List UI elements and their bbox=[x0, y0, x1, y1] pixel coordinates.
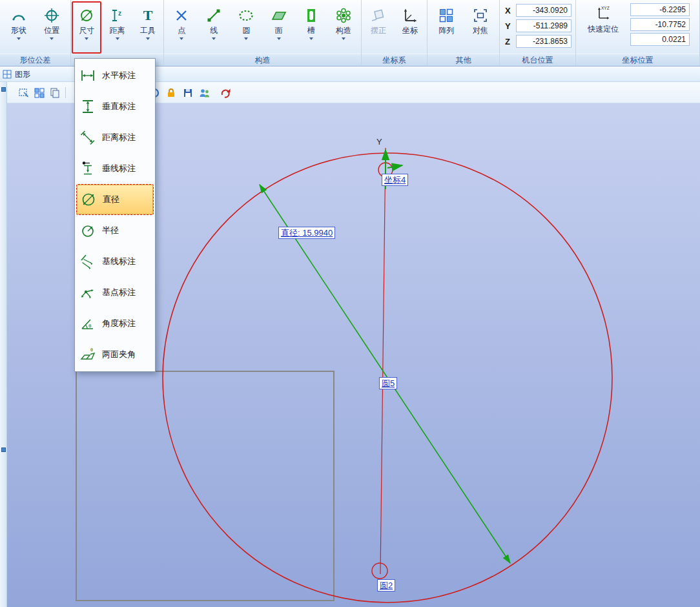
chevron-down-icon bbox=[116, 37, 119, 40]
circle-button[interactable]: 圆 bbox=[231, 1, 261, 54]
slot-button-label: 槽 bbox=[307, 26, 315, 36]
panel-handle-icon[interactable] bbox=[1, 448, 6, 452]
angle-dim-icon: θ bbox=[78, 314, 98, 333]
focus-button[interactable]: 对焦 bbox=[466, 1, 495, 54]
machine-z-value: -231.8653 bbox=[516, 35, 571, 48]
tools-button[interactable]: T 工具 bbox=[133, 1, 163, 54]
x-axis-arrow bbox=[387, 165, 402, 168]
construct-icon bbox=[335, 5, 353, 26]
ribbon-group-coordinate-position: XYZ 快速定位 -6.2295 -10.7752 0.0221 坐标位置 bbox=[576, 0, 700, 66]
select-rect-icon[interactable] bbox=[17, 87, 30, 99]
menu-item-label: 水平标注 bbox=[102, 70, 136, 81]
menu-item-angle-dim[interactable]: θ 角度标注 bbox=[76, 308, 154, 339]
quick-locate-button[interactable]: XYZ 快速定位 bbox=[582, 3, 624, 54]
quick-locate-label: 快速定位 bbox=[588, 24, 619, 35]
panel-handle-icon[interactable] bbox=[1, 87, 6, 92]
machine-x-value: -343.0920 bbox=[516, 4, 571, 17]
lock-icon[interactable] bbox=[165, 87, 178, 99]
menu-item-label: 基线标注 bbox=[102, 256, 136, 267]
chevron-down-icon bbox=[244, 37, 248, 40]
position-button[interactable]: 位置 bbox=[37, 1, 67, 54]
focus-icon bbox=[471, 5, 489, 26]
construct-button[interactable]: 构造 bbox=[329, 1, 358, 54]
menu-item-distance-dim[interactable]: 距离标注 bbox=[76, 122, 154, 153]
chevron-down-icon bbox=[146, 37, 150, 40]
axis-line[interactable] bbox=[380, 148, 386, 574]
slot-button[interactable]: 槽 bbox=[296, 1, 326, 54]
window-grid-icon[interactable] bbox=[33, 87, 46, 99]
diameter-dimension-line[interactable] bbox=[260, 185, 510, 563]
distance-dim-icon bbox=[78, 128, 98, 147]
align-icon bbox=[369, 5, 387, 26]
circle2-label[interactable]: 圆2 bbox=[377, 579, 395, 592]
array-button-label: 阵列 bbox=[438, 26, 454, 36]
group-label-machine-position: 机台位置 bbox=[500, 54, 575, 66]
array-button[interactable]: 阵列 bbox=[431, 1, 461, 54]
point-button[interactable]: 点 bbox=[167, 1, 196, 54]
distance-button[interactable]: z 距离 bbox=[103, 1, 132, 54]
perpendicular-dim-icon bbox=[78, 159, 98, 178]
svg-text:z: z bbox=[118, 10, 121, 17]
diameter-result-label[interactable]: 直径: 15.9940 bbox=[278, 227, 335, 239]
quick-locate-icon: XYZ bbox=[595, 5, 612, 24]
shape-button[interactable]: 形状 bbox=[4, 1, 34, 54]
focus-button-label: 对焦 bbox=[473, 26, 488, 36]
chevron-down-icon bbox=[50, 37, 54, 40]
group-label-coordsys: 坐标系 bbox=[362, 54, 427, 66]
menu-item-label: 直径 bbox=[103, 194, 119, 205]
plane-button[interactable]: 面 bbox=[264, 1, 294, 54]
tools-button-label: 工具 bbox=[140, 26, 156, 36]
left-panel-strip[interactable] bbox=[0, 82, 7, 607]
menu-item-perpendicular-dim[interactable]: 垂线标注 bbox=[76, 153, 154, 184]
horizontal-dim-icon bbox=[78, 66, 98, 85]
workpiece-rectangle[interactable] bbox=[76, 371, 334, 601]
measured-circle-2[interactable] bbox=[372, 563, 387, 579]
copy-icon[interactable] bbox=[48, 87, 61, 99]
machine-axis-row: Z -231.8653 bbox=[505, 35, 571, 48]
plane-button-label: 面 bbox=[275, 26, 283, 36]
ribbon-group-coordsys: 摆正 坐标 坐标系 bbox=[362, 0, 427, 66]
coordinate-button[interactable]: 坐标 bbox=[395, 1, 425, 54]
dimension-button[interactable]: 尺寸 bbox=[72, 1, 101, 54]
svg-text:θ: θ bbox=[88, 323, 92, 329]
machine-axis-row: X -343.0920 bbox=[505, 4, 571, 17]
axis-z-label: Z bbox=[505, 37, 513, 46]
shape-button-label: 形状 bbox=[11, 26, 26, 36]
coordinate-icon bbox=[401, 5, 419, 26]
users-icon[interactable] bbox=[198, 87, 211, 99]
coord4-label[interactable]: 坐标4 bbox=[382, 174, 408, 186]
ribbon-group-dimension: 尺寸 z 距离 T 工具 bbox=[71, 0, 164, 66]
menu-item-baseline-dim[interactable]: 基线标注 bbox=[76, 246, 154, 277]
menu-item-horizontal-dim[interactable]: 水平标注 bbox=[76, 60, 154, 91]
radius-icon bbox=[78, 221, 98, 240]
menu-item-label: 基点标注 bbox=[102, 287, 136, 298]
menu-item-diameter[interactable]: 直径 bbox=[76, 184, 154, 215]
graphics-tab-icon bbox=[3, 70, 12, 79]
position-button-label: 位置 bbox=[44, 26, 59, 36]
menu-item-vertical-dim[interactable]: 垂直标注 bbox=[76, 91, 154, 122]
array-icon bbox=[437, 5, 455, 26]
chevron-down-icon bbox=[309, 37, 313, 40]
coord-y-value: -10.7752 bbox=[630, 18, 690, 31]
line-icon bbox=[205, 5, 223, 26]
align-button[interactable]: 摆正 bbox=[364, 1, 393, 54]
ribbon-group-construct: 点 线 圆 面 bbox=[164, 0, 362, 66]
menu-item-basepoint-dim[interactable]: 基点标注 bbox=[76, 277, 154, 308]
circle5-label[interactable]: 圆5 bbox=[379, 377, 397, 389]
group-label-other: 其他 bbox=[427, 54, 499, 66]
svg-text:T: T bbox=[143, 7, 152, 23]
vertical-dim-icon bbox=[78, 97, 98, 116]
redo-arrow-icon[interactable] bbox=[219, 87, 232, 99]
menu-item-radius[interactable]: 半径 bbox=[76, 215, 154, 246]
ribbon-group-other: 阵列 对焦 其他 bbox=[427, 0, 500, 66]
group-label-tolerance: 形位公差 bbox=[0, 54, 70, 66]
menu-item-dihedral-angle[interactable]: θ 两面夹角 bbox=[76, 339, 154, 370]
dihedral-angle-icon: θ bbox=[78, 345, 98, 364]
baseline-dim-icon bbox=[78, 252, 98, 271]
distance-button-label: 距离 bbox=[110, 26, 125, 36]
graphics-tab-label[interactable]: 图形 bbox=[15, 69, 30, 80]
ribbon-group-machine-position: X -343.0920 Y -511.2989 Z -231.8653 机台位置 bbox=[500, 0, 576, 66]
machine-axis-row: Y -511.2989 bbox=[505, 19, 571, 32]
save-icon[interactable] bbox=[181, 87, 194, 99]
line-button[interactable]: 线 bbox=[199, 1, 229, 54]
